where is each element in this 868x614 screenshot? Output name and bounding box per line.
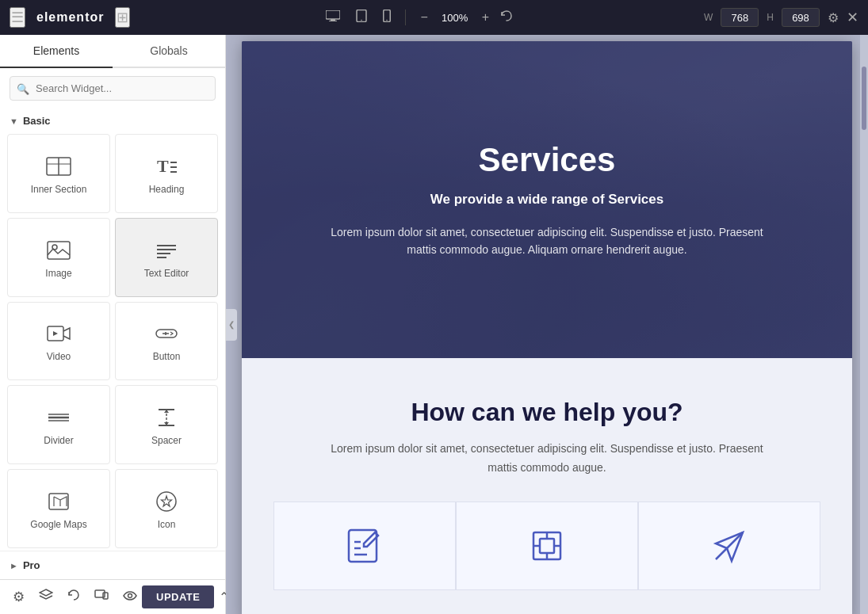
widget-google-maps[interactable]: Google Maps: [7, 469, 110, 548]
bottom-toolbar: ⚙: [0, 579, 225, 614]
heading-label: Heading: [149, 184, 185, 195]
svg-rect-42: [540, 539, 554, 553]
page-wrapper: Services We provide a wide range of Serv…: [242, 41, 852, 614]
bottom-toolbar-right: UPDATE ⌃: [142, 585, 229, 608]
undo-button[interactable]: [500, 10, 513, 25]
service-card-1: [273, 501, 456, 590]
google-maps-icon: [44, 490, 73, 513]
svg-marker-21: [53, 331, 58, 336]
frame-service-icon: [527, 526, 567, 566]
scrollbar-thumb: [862, 67, 866, 130]
sidebar: Elements Globals 🔍 ▼ Basic: [0, 35, 226, 614]
widgets-grid: Inner Section T Heading: [0, 132, 225, 551]
mobile-button[interactable]: [378, 6, 396, 29]
text-editor-label: Text Editor: [144, 268, 189, 279]
svg-point-4: [361, 20, 363, 21]
svg-rect-2: [329, 21, 337, 21]
width-label: W: [704, 12, 713, 23]
app-title: elementor: [36, 10, 104, 25]
divider-icon: [44, 406, 73, 429]
pro-section-title: Pro: [23, 559, 40, 571]
top-bar-left: ☰ elementor ⊞: [10, 7, 130, 28]
widget-image[interactable]: Image: [7, 218, 110, 297]
search-input[interactable]: [10, 76, 216, 101]
canvas-scroll[interactable]: Services We provide a wide range of Serv…: [226, 35, 868, 614]
tab-elements[interactable]: Elements: [0, 35, 113, 68]
layers-button[interactable]: [34, 585, 58, 608]
zoom-value: 100%: [439, 12, 471, 24]
collapse-handle[interactable]: ❮: [226, 309, 237, 341]
settings-button[interactable]: ⚙: [828, 10, 839, 25]
basic-section-label[interactable]: ▼ Basic: [0, 109, 225, 132]
service-card-2: [456, 501, 638, 590]
tablet-button[interactable]: [351, 6, 372, 29]
settings-toolbar-button[interactable]: ⚙: [8, 585, 29, 608]
icon-widget-label: Icon: [158, 519, 176, 530]
hero-subtitle: We provide a wide range of Services: [317, 192, 777, 208]
service-cards: [273, 501, 820, 590]
search-box: 🔍: [10, 76, 216, 101]
preview-button[interactable]: [118, 585, 142, 608]
basic-arrow-icon: ▼: [10, 116, 18, 126]
hamburger-button[interactable]: ☰: [10, 7, 25, 28]
edit-service-icon: [345, 526, 384, 566]
widget-divider[interactable]: Divider: [7, 385, 110, 464]
height-label: H: [767, 12, 774, 23]
search-icon: 🔍: [17, 82, 29, 94]
widget-button[interactable]: Button: [115, 302, 218, 381]
pro-section[interactable]: ► Pro: [0, 551, 225, 579]
svg-rect-14: [48, 242, 70, 259]
desktop-button[interactable]: [321, 7, 345, 28]
width-input[interactable]: [721, 8, 759, 27]
zoom-out-button[interactable]: −: [415, 9, 432, 26]
divider-label: Divider: [44, 435, 73, 446]
send-service-icon: [709, 526, 749, 566]
top-bar-right: W H ⚙ ✕: [704, 8, 858, 27]
close-button[interactable]: ✕: [847, 9, 858, 26]
widget-spacer[interactable]: Spacer: [115, 385, 218, 464]
history-button[interactable]: [63, 585, 85, 608]
top-bar-center: − 100% +: [321, 6, 513, 29]
svg-rect-0: [326, 10, 340, 19]
hero-body: Lorem ipsum dolor sit amet, consectetuer…: [317, 223, 777, 259]
sidebar-tabs: Elements Globals: [0, 35, 225, 68]
height-input[interactable]: [782, 8, 820, 27]
spacer-icon: [152, 406, 181, 429]
svg-point-6: [387, 20, 388, 21]
zoom-in-button[interactable]: +: [477, 9, 494, 26]
hero-content: Services We provide a wide range of Serv…: [285, 93, 809, 307]
svg-marker-33: [40, 589, 52, 596]
widget-heading[interactable]: T Heading: [115, 134, 218, 213]
tab-globals[interactable]: Globals: [113, 35, 225, 68]
heading-icon: T: [152, 155, 181, 177]
scrollbar[interactable]: [860, 35, 868, 614]
svg-text:T: T: [157, 156, 169, 176]
svg-rect-35: [103, 593, 108, 599]
widget-inner-section[interactable]: Inner Section: [7, 134, 110, 213]
svg-point-36: [128, 593, 132, 597]
widget-icon[interactable]: Icon: [115, 469, 218, 548]
video-label: Video: [47, 351, 71, 362]
google-maps-label: Google Maps: [30, 519, 86, 530]
hero-section: Services We provide a wide range of Serv…: [242, 41, 852, 358]
services-section: How can we help you? Lorem ipsum dolor s…: [242, 358, 852, 614]
main-layout: Elements Globals 🔍 ▼ Basic: [0, 35, 868, 614]
widget-video[interactable]: Video: [7, 302, 110, 381]
services-heading: How can we help you?: [273, 398, 820, 427]
top-bar: ☰ elementor ⊞ − 100% + W H ⚙ ✕: [0, 0, 868, 35]
text-editor-icon: [152, 239, 181, 261]
button-icon: [152, 322, 181, 345]
button-label: Button: [153, 351, 181, 362]
widget-text-editor[interactable]: Text Editor: [115, 218, 218, 297]
bottom-toolbar-left: ⚙: [8, 585, 142, 608]
svg-rect-31: [49, 494, 68, 509]
pro-arrow-icon: ►: [10, 561, 18, 570]
grid-button[interactable]: ⊞: [115, 7, 130, 28]
divider: [405, 10, 406, 25]
inner-section-label: Inner Section: [31, 184, 87, 195]
update-button[interactable]: UPDATE: [142, 585, 214, 608]
video-icon: [44, 322, 73, 345]
responsive-button[interactable]: [90, 585, 113, 608]
svg-rect-1: [331, 19, 335, 21]
image-label: Image: [45, 268, 71, 279]
